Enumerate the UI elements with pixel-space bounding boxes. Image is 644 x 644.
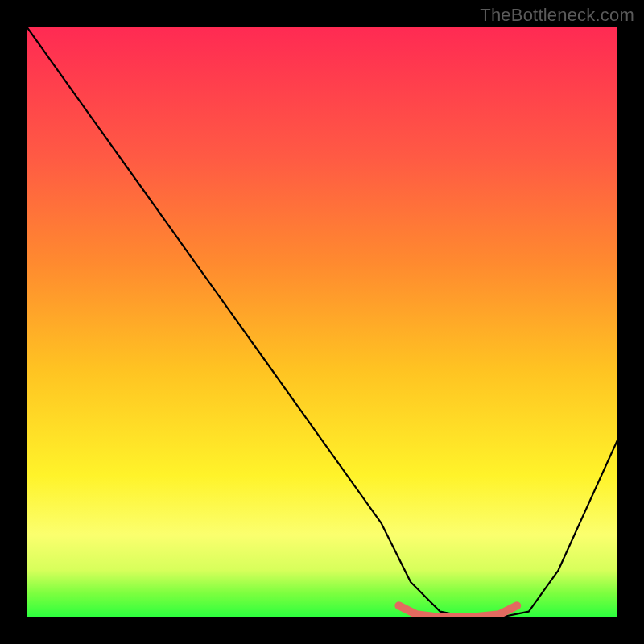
optimal-band-marker xyxy=(398,605,517,617)
bottleneck-curve-line xyxy=(27,27,617,617)
plot-area xyxy=(27,27,617,617)
bottleneck-curve-svg xyxy=(27,27,617,617)
chart-frame: TheBottleneck.com xyxy=(0,0,644,644)
watermark-label: TheBottleneck.com xyxy=(480,5,634,26)
